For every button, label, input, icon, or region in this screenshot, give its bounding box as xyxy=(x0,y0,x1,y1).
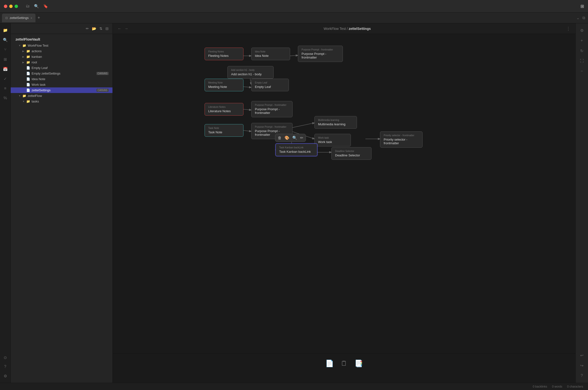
node-purpose-prompt-1[interactable]: Purpose Prompt - frontmatter Purpose Pro… xyxy=(298,46,343,62)
status-words: 0 words xyxy=(552,385,562,388)
new-note-button[interactable]: 📄 xyxy=(322,356,337,371)
node-multimedia-learning[interactable]: Multimedia learning Multimedia learning xyxy=(315,116,357,129)
close-button[interactable] xyxy=(4,5,7,8)
node-deadline-selector[interactable]: Deadline Selector Deadline Selector xyxy=(331,147,372,160)
sidebar-item-tasks[interactable]: ▼ 📁 tasks xyxy=(11,98,112,104)
sidebar-item-workflow-test[interactable]: ▼ 📁 WorkFlow Test xyxy=(11,43,112,48)
icon-rail: 📁 🔍 ⑂ ⊞ 📅 ✓ ≡ % ⊙ ? ⚙ xyxy=(0,23,11,383)
canvas-area[interactable]: ← → WorkFlow Test / zettelSettings ⋮ xyxy=(113,23,575,383)
sidebar-item-root[interactable]: ▶ 📁 root xyxy=(11,59,112,65)
node-task-kanban-backlink[interactable]: Task Kanban backLink Task Kanban backLin… xyxy=(275,144,317,156)
file-icon: 📄 xyxy=(26,83,30,87)
sidebar-item-label: actions xyxy=(32,49,108,53)
node-priority-selector[interactable]: Priority selector - frontmatter Priority… xyxy=(380,131,423,148)
node-title: Work task xyxy=(318,140,347,144)
maximize-button[interactable] xyxy=(15,5,18,8)
undo-icon[interactable]: ↩ xyxy=(578,351,586,360)
node-fleeting-notes[interactable]: Fleeting Notes Fleeting Notes xyxy=(205,48,243,60)
node-label: Purpose Prompt - frontmatter xyxy=(255,104,289,106)
tab-dropdown-icon[interactable]: ⌄ xyxy=(576,15,580,20)
sidebar-item-label: Empty zettelSettings xyxy=(32,72,95,75)
split-view-icon[interactable]: ⧉ xyxy=(583,16,585,20)
svg-line-6 xyxy=(243,130,251,131)
rail-tasks-icon[interactable]: ✓ xyxy=(1,74,10,83)
node-empty-leaf[interactable]: Empty Leaf Empty Leaf xyxy=(251,79,289,91)
rail-kanban-icon[interactable]: ⊞ xyxy=(1,55,10,64)
rail-help-icon[interactable]: ? xyxy=(1,362,10,371)
node-title: Empty Leaf xyxy=(255,85,285,89)
sidebar-item-label: Empty Leaf xyxy=(32,66,108,70)
sidebar-item-empty-leaf[interactable]: 📄 Empty Leaf xyxy=(11,65,112,71)
node-meeting-note[interactable]: Meeting Note Meeting Note xyxy=(205,79,243,91)
sidebar-item-zettelflow[interactable]: ▼ 📁 zettelFlow xyxy=(11,93,112,98)
node-title: Purpose Prompt -frontmatter xyxy=(255,107,289,115)
arrow-icon: ▼ xyxy=(18,44,22,47)
color-icon[interactable]: 🎨 xyxy=(284,136,289,140)
rail-settings-icon[interactable]: ⚙ xyxy=(1,372,10,380)
node-label: Add section h1 - body xyxy=(231,69,270,71)
sidebar-item-kanban[interactable]: ▶ 📁 kanban xyxy=(11,54,112,59)
rail-bottom: ⊙ ? ⚙ xyxy=(1,353,10,381)
minimize-button[interactable] xyxy=(9,5,13,8)
bookmark-icon[interactable]: 🔖 xyxy=(43,4,48,8)
tab-close-button[interactable]: × xyxy=(31,16,32,19)
sidebar-item-idea-note[interactable]: 📄 Idea Note xyxy=(11,76,112,82)
node-literature-notes[interactable]: Literature Notes Literature Notes xyxy=(205,103,243,116)
folder-icon[interactable]: 🗂 xyxy=(26,4,30,8)
fullscreen-icon[interactable]: ⛶ xyxy=(578,56,586,65)
node-add-section[interactable]: Add section h1 - body Add section h1 - b… xyxy=(227,66,273,79)
rail-calendar-icon[interactable]: 📅 xyxy=(1,65,10,73)
node-context-toolbar[interactable]: 🗑 🎨 🔍 ✏ xyxy=(275,134,306,142)
sidebar-item-label: zettelSettings xyxy=(32,88,95,92)
rail-explorer-icon[interactable]: 📁 xyxy=(1,26,10,35)
sidebar-item-zettelsettings[interactable]: 📄 zettelSettings CANVAS xyxy=(11,87,112,93)
main-content: 📁 🔍 ⑂ ⊞ 📅 ✓ ≡ % ⊙ ? ⚙ ✏ 📂 ⇅ ⊟ zettelFlow… xyxy=(0,23,588,383)
canvas-viewport[interactable]: Fleeting Notes Fleeting Notes Idea Note … xyxy=(113,23,575,373)
rail-list-icon[interactable]: ≡ xyxy=(1,84,10,93)
tab-zettelsettings[interactable]: ⊡ zettelSettings × xyxy=(2,14,36,22)
node-title: Task Kanban backLink xyxy=(279,150,314,153)
folder-icon: 📁 xyxy=(26,99,30,103)
rail-percent-icon[interactable]: % xyxy=(1,94,10,102)
rail-help2-icon[interactable]: ⊙ xyxy=(1,353,10,362)
add-icon[interactable]: + xyxy=(578,36,586,45)
node-title: Multimedia learning xyxy=(318,122,353,126)
arrow-icon: ▼ xyxy=(18,95,22,97)
redo-icon[interactable]: ↪ xyxy=(578,361,586,370)
edit-icon[interactable]: ✏ xyxy=(300,136,303,140)
node-purpose-prompt-2[interactable]: Purpose Prompt - frontmatter Purpose Pro… xyxy=(251,101,293,117)
node-idea-note[interactable]: Idea Note Idea Note xyxy=(251,48,290,60)
arrow-icon: ▶ xyxy=(22,61,26,64)
sidebar: ✏ 📂 ⇅ ⊟ zettelFlowVault ▼ 📁 WorkFlow Tes… xyxy=(11,23,113,383)
node-title: Meeting Note xyxy=(208,85,240,89)
refresh-icon[interactable]: ↻ xyxy=(578,46,586,55)
folder-icon: 📁 xyxy=(22,44,26,47)
new-card-button[interactable]: 🗒 xyxy=(337,356,351,371)
settings-icon[interactable]: ⚙ xyxy=(578,26,586,35)
new-folder-icon[interactable]: 📂 xyxy=(92,26,97,31)
layout-icon[interactable]: ⊞ xyxy=(581,4,584,9)
search-zoom-icon[interactable]: 🔍 xyxy=(292,136,297,140)
tabbar: ⊡ zettelSettings × + ⌄ ⧉ xyxy=(0,13,588,23)
collapse-icon[interactable]: ⊟ xyxy=(106,26,108,31)
node-task-note[interactable]: Task Note Task Note xyxy=(205,124,243,137)
sidebar-item-work-task[interactable]: 📄 Work task xyxy=(11,82,112,87)
rail-git-icon[interactable]: ⑂ xyxy=(1,45,10,54)
search-icon[interactable]: 🔍 xyxy=(34,4,39,8)
sidebar-item-label: Idea Note xyxy=(32,77,108,81)
delete-icon[interactable]: 🗑 xyxy=(278,136,282,140)
node-label: Work task xyxy=(318,137,347,139)
node-label: Empty Leaf xyxy=(255,81,285,84)
zoom-out-icon[interactable]: − xyxy=(578,67,586,76)
folder-icon: 📁 xyxy=(26,60,30,64)
node-work-task[interactable]: Work task Work task xyxy=(315,134,351,146)
sidebar-item-label: zettelFlow xyxy=(28,94,108,98)
new-note-icon[interactable]: ✏ xyxy=(86,26,89,31)
sort-icon[interactable]: ⇅ xyxy=(99,26,103,31)
rail-search-icon[interactable]: 🔍 xyxy=(1,36,10,44)
sidebar-item-actions[interactable]: ▶ 📁 actions xyxy=(11,48,112,54)
help-icon[interactable]: ? xyxy=(578,371,586,380)
new-media-button[interactable]: 📑 xyxy=(351,356,366,371)
tab-add-button[interactable]: + xyxy=(37,15,40,20)
sidebar-item-empty-zettelsettings[interactable]: 📄 Empty zettelSettings CANVAS xyxy=(11,71,112,76)
